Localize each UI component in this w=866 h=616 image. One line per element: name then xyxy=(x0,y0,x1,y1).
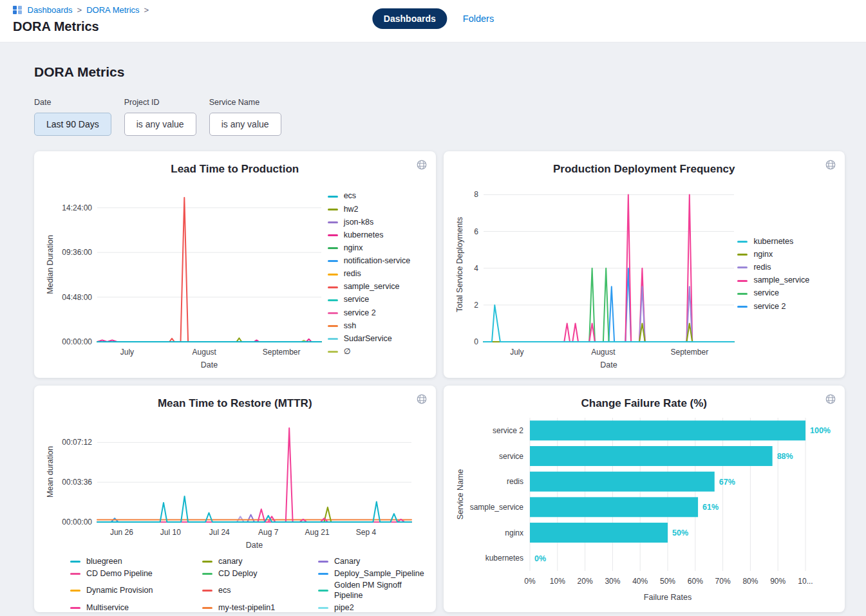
legend-swatch xyxy=(328,274,338,275)
x-tick-label: 80% xyxy=(742,577,758,586)
date-filter-button[interactable]: Last 90 Days xyxy=(34,113,111,136)
legend-item[interactable]: nginx xyxy=(328,243,426,254)
y-tick-label: 09:36:00 xyxy=(62,248,92,257)
x-axis-label: Date xyxy=(201,360,218,369)
legend-item[interactable]: service xyxy=(737,288,834,299)
x-tick-label: 0% xyxy=(524,577,536,586)
legend-label: redis xyxy=(344,269,361,279)
legend-item[interactable]: pipe2 xyxy=(318,603,426,613)
legend-label: service 2 xyxy=(753,302,786,312)
legend-item[interactable]: redis xyxy=(737,263,834,273)
legend-item[interactable]: service 2 xyxy=(328,308,426,319)
legend-item[interactable]: sample_service xyxy=(328,282,426,292)
legend-swatch xyxy=(328,286,338,288)
legend-label: CD Deploy xyxy=(218,569,257,579)
y-tick-label: 00:00:00 xyxy=(62,337,92,346)
tab-folders[interactable]: Folders xyxy=(463,14,494,24)
lead-time-legend: ecshw2json-k8skubernetesnginxnotificatio… xyxy=(328,191,426,357)
legend-item[interactable]: ecs xyxy=(328,191,426,201)
globe-icon[interactable] xyxy=(416,393,428,407)
legend-item[interactable]: my-test-pipelin1 xyxy=(202,603,318,613)
globe-icon[interactable] xyxy=(825,393,836,407)
legend-label: kubernetes xyxy=(344,230,384,241)
bar-category-label: kubernetes xyxy=(485,554,523,563)
legend-label: ecs xyxy=(218,586,231,596)
legend-item[interactable]: bluegreen xyxy=(70,557,202,567)
bar-value-label: 61% xyxy=(702,503,719,512)
legend-item[interactable]: kubernetes xyxy=(737,237,834,247)
legend-item[interactable]: hw2 xyxy=(328,205,426,215)
x-tick-label: 20% xyxy=(577,577,592,586)
x-tick-label: Jul 10 xyxy=(160,528,181,537)
legend-item[interactable]: ssh xyxy=(328,321,426,331)
legend-item[interactable]: Deploy_Sample_Pipeline xyxy=(318,569,426,579)
x-tick-label: Sep 4 xyxy=(356,528,377,537)
dashboard-content: DORA Metrics Date Last 90 Days Project I… xyxy=(0,42,866,616)
lead-time-chart: 00:00:0004:48:0009:36:0014:24:00JulyAugu… xyxy=(44,177,328,371)
legend-item[interactable]: service xyxy=(328,295,426,305)
legend-item[interactable]: service 2 xyxy=(737,302,834,312)
x-tick-label: Aug 7 xyxy=(258,528,279,537)
mttr-chart: 00:00:0000:03:3600:07:12Jun 26Jul 10Jul … xyxy=(44,411,418,552)
legend-swatch xyxy=(328,209,338,210)
legend-swatch xyxy=(737,293,748,295)
y-axis-label: Median Duration xyxy=(46,235,55,294)
globe-icon[interactable] xyxy=(416,159,428,173)
legend-item[interactable]: CD Demo Pipeline xyxy=(70,569,202,579)
y-axis-label: Total Service Deployments xyxy=(455,217,464,312)
y-tick-label: 00:00:00 xyxy=(62,518,92,527)
topbar: Dashboards > DORA Metrics > DORA Metrics… xyxy=(0,0,866,42)
bar-category-label: redis xyxy=(506,477,523,486)
legend-item[interactable]: CD Deploy xyxy=(202,569,318,579)
legend-item[interactable]: ecs xyxy=(202,581,318,601)
legend-swatch xyxy=(318,607,328,609)
legend-item[interactable]: redis xyxy=(328,269,426,279)
legend-swatch xyxy=(202,573,212,575)
globe-icon[interactable] xyxy=(825,159,836,173)
x-tick-label: 50% xyxy=(659,577,675,586)
legend-item[interactable]: sample_service xyxy=(737,275,834,286)
x-axis-label: Failure Rates xyxy=(643,593,691,602)
legend-swatch xyxy=(328,351,338,353)
project-id-filter-button[interactable]: is any value xyxy=(124,113,196,136)
x-tick-label: 40% xyxy=(632,577,648,586)
legend-item[interactable]: canary xyxy=(202,557,318,567)
legend-swatch xyxy=(737,241,748,243)
legend-item[interactable]: Golden PM Signoff Pipeline xyxy=(318,581,426,601)
legend-item[interactable]: SudarService xyxy=(328,334,426,344)
filter-group-project-id: Project ID is any value xyxy=(124,98,196,136)
x-tick-label: 70% xyxy=(715,577,730,586)
y-axis-label: Mean duration xyxy=(46,446,55,498)
legend-label: notification-service xyxy=(344,256,411,266)
legend-item[interactable]: nginx xyxy=(737,250,834,260)
breadcrumb-link-dashboards[interactable]: Dashboards xyxy=(28,5,73,15)
legend-item[interactable]: json-k8s xyxy=(328,218,426,228)
legend-item[interactable]: notification-service xyxy=(328,256,426,266)
chart-title: Lead Time to Production xyxy=(44,163,426,176)
legend-item[interactable]: ∅ xyxy=(328,347,426,357)
legend-label: kubernetes xyxy=(753,237,793,247)
service-name-filter-button[interactable]: is any value xyxy=(209,113,281,136)
legend-label: sample_service xyxy=(344,282,400,292)
chart-title: Production Deployment Frequency xyxy=(454,163,835,176)
legend-swatch xyxy=(70,573,80,575)
legend-swatch xyxy=(318,561,328,563)
legend-label: bluegreen xyxy=(86,557,122,567)
legend-label: canary xyxy=(218,557,243,567)
bar-value-label: 0% xyxy=(534,554,546,563)
legend-item[interactable]: Canary xyxy=(318,557,426,567)
legend-label: SudarService xyxy=(344,334,392,344)
legend-item[interactable]: Multiservice xyxy=(70,603,202,613)
x-axis-label: Date xyxy=(600,360,617,369)
legend-label: nginx xyxy=(344,243,363,254)
breadcrumb-link-dora-metrics[interactable]: DORA Metrics xyxy=(86,5,139,15)
legend-item[interactable]: Dynamic Provision xyxy=(70,581,202,601)
legend-swatch xyxy=(328,196,338,198)
legend-swatch xyxy=(737,254,748,256)
x-tick-label: Jun 26 xyxy=(110,528,133,537)
legend-item[interactable]: kubernetes xyxy=(328,230,426,241)
filter-bar: Date Last 90 Days Project ID is any valu… xyxy=(34,98,845,136)
tab-dashboards[interactable]: Dashboards xyxy=(372,8,447,29)
x-tick-label: September xyxy=(670,348,708,357)
x-tick-label: August xyxy=(193,348,217,357)
